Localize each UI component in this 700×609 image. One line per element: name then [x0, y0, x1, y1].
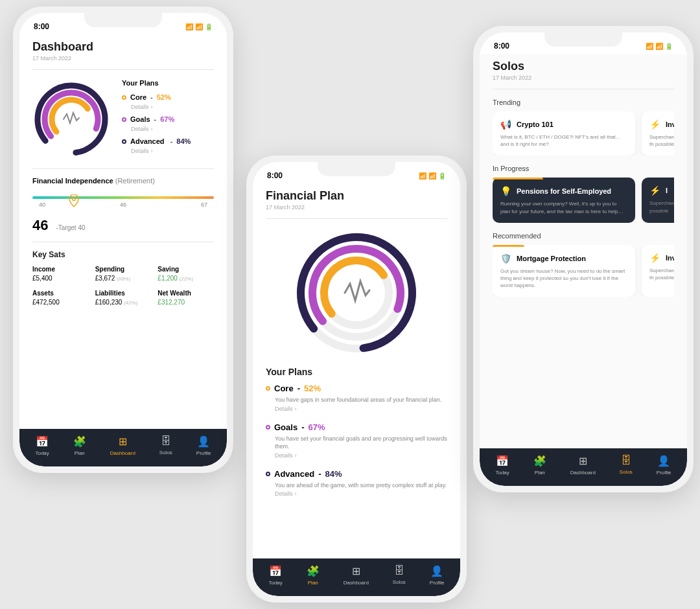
- tab-today[interactable]: 📅Today: [268, 565, 282, 586]
- plan-item-core: Core - 52% You have gaps in some foundat…: [266, 384, 447, 412]
- card-mortgage[interactable]: 🛡️Mortgage Protection Got you dream hous…: [493, 245, 635, 297]
- plan-dot-icon: [122, 95, 126, 100]
- chevron-right-icon: ›: [151, 126, 153, 132]
- chevron-right-icon: ›: [295, 490, 297, 497]
- tab-dashboard[interactable]: ⊞Dashboard: [110, 435, 135, 456]
- tab-bar: 📅Today 🧩Plan ⊞Dashboard 🗄Solos 👤Profile: [253, 558, 460, 596]
- section-recommended: Recommended: [493, 232, 674, 240]
- lightbulb-icon: 💡: [500, 186, 511, 196]
- page-date: 17 March 2022: [32, 55, 214, 62]
- status-icons: 📶 📶 🔋: [419, 172, 446, 179]
- progress-bar: [493, 178, 543, 179]
- svg-point-3: [73, 198, 76, 201]
- person-icon: 👤: [197, 435, 210, 448]
- plan-dot-icon: [266, 425, 270, 430]
- page-date: 17 March 2022: [493, 75, 674, 81]
- details-link-advanced[interactable]: Details ›: [131, 148, 214, 154]
- chevron-right-icon: ›: [151, 104, 153, 110]
- status-icons: 📶 📶 🔋: [185, 23, 213, 30]
- tab-dashboard[interactable]: ⊞Dashboard: [570, 455, 596, 476]
- chevron-right-icon: ›: [151, 148, 153, 154]
- megaphone-icon: 📢: [500, 119, 511, 130]
- details-link[interactable]: Details ›: [275, 406, 447, 412]
- plan-item-goals: Goals - 67% You have set your financial …: [266, 422, 447, 459]
- calendar-icon: 📅: [36, 435, 49, 448]
- tab-today[interactable]: 📅Today: [35, 435, 49, 456]
- notch: [544, 32, 622, 47]
- tab-today[interactable]: 📅Today: [495, 455, 509, 476]
- puzzle-icon: 🧩: [533, 455, 546, 467]
- bolt-icon: ⚡: [649, 119, 660, 130]
- stat-assets: Assets£472,500: [32, 290, 89, 306]
- archive-icon: 🗄: [394, 565, 404, 577]
- divider: [493, 89, 674, 89]
- card-inv-progress[interactable]: ⚡I Supercharge possible: [642, 178, 674, 222]
- stat-income: Income£5,400: [32, 266, 89, 282]
- tab-solos[interactable]: 🗄Solos: [159, 435, 172, 456]
- stats-grid: Income£5,400 Spending£3,672 (68%) Saving…: [32, 266, 214, 306]
- status-time: 8:00: [34, 22, 49, 31]
- keysats-title: Key Sats: [32, 250, 214, 259]
- status-time: 8:00: [267, 171, 283, 180]
- tab-plan[interactable]: 🧩Plan: [533, 455, 546, 476]
- calendar-icon: 📅: [496, 455, 509, 467]
- plan-row-core: Core - 52%: [122, 93, 214, 101]
- calendar-icon: 📅: [269, 565, 282, 577]
- plans-header: Your Plans: [122, 79, 214, 87]
- stat-saving: Saving£1,200 (22%): [158, 266, 214, 282]
- stat-networth: Net Wealth£312,270: [158, 290, 214, 306]
- fi-slider[interactable]: 40 46 67: [32, 196, 214, 208]
- person-icon: 👤: [657, 455, 670, 467]
- card-inv-rec[interactable]: ⚡Inv Supercharge th possible: [642, 245, 674, 297]
- page-title: Solos: [493, 60, 674, 73]
- grid-icon: ⊞: [352, 565, 360, 577]
- details-link[interactable]: Details ›: [275, 452, 447, 459]
- tab-dashboard[interactable]: ⊞Dashboard: [344, 565, 369, 586]
- status-time: 8:00: [494, 41, 509, 51]
- plan-item-advanced: Advanced - 84% You are ahead of the game…: [266, 469, 447, 498]
- tab-bar: 📅Today 🧩Plan ⊞Dashboard 🗄Solos 👤Profile: [19, 429, 227, 466]
- tab-plan[interactable]: 🧩Plan: [307, 565, 320, 586]
- divider: [32, 242, 214, 242]
- plan-row-goals: Goals - 67%: [122, 115, 214, 123]
- grid-icon: ⊞: [579, 455, 587, 467]
- tab-profile[interactable]: 👤Profile: [196, 435, 211, 456]
- stat-liabilities: Liabilities£160,230 (42%): [95, 290, 152, 306]
- details-link-goals[interactable]: Details ›: [131, 126, 214, 132]
- fi-value: 46 -Target 40: [32, 217, 214, 234]
- plans-donut-chart: [32, 80, 110, 158]
- plan-dot-icon: [122, 139, 126, 144]
- plans-donut-chart: [266, 228, 447, 358]
- person-icon: 👤: [430, 565, 443, 577]
- divider: [32, 69, 214, 70]
- tab-solos[interactable]: 🗄Solos: [393, 565, 406, 586]
- tab-solos[interactable]: 🗄Solos: [620, 455, 633, 476]
- tab-plan[interactable]: 🧩Plan: [73, 435, 86, 456]
- plan-dot-icon: [122, 117, 126, 122]
- bolt-icon: ⚡: [649, 253, 660, 263]
- plans-header: Your Plans: [266, 367, 447, 377]
- tab-profile[interactable]: 👤Profile: [657, 455, 671, 476]
- details-link-core[interactable]: Details ›: [131, 104, 214, 110]
- divider: [266, 218, 447, 219]
- bolt-icon: ⚡: [649, 185, 660, 196]
- section-trending: Trending: [493, 98, 674, 106]
- status-icons: 📶 📶 🔋: [646, 43, 673, 50]
- stat-spending: Spending£3,672 (68%): [95, 266, 152, 282]
- notch: [84, 13, 162, 27]
- details-link[interactable]: Details ›: [275, 490, 447, 497]
- shield-icon: 🛡️: [500, 253, 511, 264]
- tab-bar: 📅Today 🧩Plan ⊞Dashboard 🗄Solos 👤Profile: [480, 448, 687, 486]
- card-pensions[interactable]: 💡Pensions for Self-Employed Running your…: [493, 178, 635, 222]
- page-title: Dashboard: [32, 40, 214, 54]
- page-date: 17 March 2022: [266, 204, 447, 211]
- pin-icon: [69, 194, 79, 210]
- grid-icon: ⊞: [119, 435, 127, 448]
- card-crypto101[interactable]: 📢Crypto 101 What is it, BTC / ETH / DOGE…: [493, 111, 635, 155]
- plan-dot-icon: [266, 472, 270, 476]
- puzzle-icon: 🧩: [307, 565, 320, 577]
- tab-profile[interactable]: 👤Profile: [430, 565, 445, 586]
- notch: [318, 162, 395, 176]
- plan-dot-icon: [266, 386, 270, 391]
- card-inv[interactable]: ⚡Inv Supercharge th possible: [642, 111, 674, 155]
